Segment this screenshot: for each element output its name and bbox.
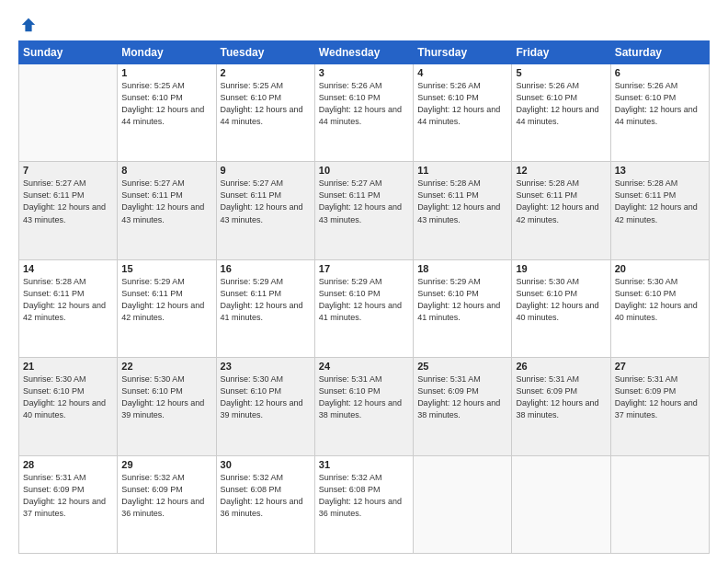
day-number: 29	[121, 459, 211, 470]
day-info: Sunrise: 5:30 AM Sunset: 6:10 PM Dayligh…	[23, 373, 113, 421]
day-info: Sunrise: 5:31 AM Sunset: 6:10 PM Dayligh…	[319, 373, 409, 421]
header	[18, 17, 710, 31]
weekday-monday: Monday	[118, 41, 216, 64]
week-row-4: 21 Sunrise: 5:30 AM Sunset: 6:10 PM Dayl…	[19, 358, 710, 455]
logo-icon	[20, 17, 37, 33]
calendar-cell: 6 Sunrise: 5:26 AM Sunset: 6:10 PM Dayli…	[610, 64, 709, 162]
day-number: 12	[516, 165, 606, 176]
weekday-thursday: Thursday	[414, 41, 512, 64]
calendar-page: SundayMondayTuesdayWednesdayThursdayFrid…	[0, 0, 728, 563]
day-number: 2	[221, 67, 311, 78]
day-info: Sunrise: 5:29 AM Sunset: 6:10 PM Dayligh…	[319, 276, 409, 324]
weekday-wednesday: Wednesday	[314, 41, 413, 64]
day-number: 6	[615, 67, 705, 78]
logo-text	[18, 17, 37, 33]
week-row-1: 1 Sunrise: 5:25 AM Sunset: 6:10 PM Dayli…	[19, 64, 710, 162]
calendar-cell: 19 Sunrise: 5:30 AM Sunset: 6:10 PM Dayl…	[512, 259, 610, 357]
calendar-cell	[414, 455, 512, 553]
calendar-cell: 9 Sunrise: 5:27 AM Sunset: 6:11 PM Dayli…	[216, 162, 314, 259]
day-info: Sunrise: 5:28 AM Sunset: 6:11 PM Dayligh…	[417, 178, 507, 225]
calendar-cell	[19, 64, 118, 162]
day-info: Sunrise: 5:27 AM Sunset: 6:11 PM Dayligh…	[23, 178, 113, 225]
week-row-2: 7 Sunrise: 5:27 AM Sunset: 6:11 PM Dayli…	[19, 162, 710, 259]
calendar-cell: 10 Sunrise: 5:27 AM Sunset: 6:11 PM Dayl…	[314, 162, 413, 259]
calendar-cell: 11 Sunrise: 5:28 AM Sunset: 6:11 PM Dayl…	[414, 162, 512, 259]
day-number: 5	[516, 67, 606, 78]
calendar-cell: 27 Sunrise: 5:31 AM Sunset: 6:09 PM Dayl…	[610, 358, 709, 455]
week-row-5: 28 Sunrise: 5:31 AM Sunset: 6:09 PM Dayl…	[19, 455, 710, 553]
day-info: Sunrise: 5:27 AM Sunset: 6:11 PM Dayligh…	[319, 178, 409, 225]
day-info: Sunrise: 5:28 AM Sunset: 6:11 PM Dayligh…	[516, 178, 606, 225]
calendar-cell: 31 Sunrise: 5:32 AM Sunset: 6:08 PM Dayl…	[314, 455, 413, 553]
logo	[18, 17, 37, 31]
day-info: Sunrise: 5:26 AM Sunset: 6:10 PM Dayligh…	[319, 80, 409, 128]
day-info: Sunrise: 5:32 AM Sunset: 6:08 PM Dayligh…	[221, 472, 311, 520]
day-number: 14	[23, 263, 113, 274]
day-number: 16	[221, 263, 311, 274]
calendar-cell: 24 Sunrise: 5:31 AM Sunset: 6:10 PM Dayl…	[314, 358, 413, 455]
day-number: 27	[615, 361, 705, 372]
day-info: Sunrise: 5:29 AM Sunset: 6:10 PM Dayligh…	[417, 276, 507, 324]
day-number: 21	[23, 361, 113, 372]
day-number: 31	[319, 459, 409, 470]
day-number: 9	[221, 165, 311, 176]
calendar-cell: 23 Sunrise: 5:30 AM Sunset: 6:10 PM Dayl…	[216, 358, 314, 455]
day-number: 17	[319, 263, 409, 274]
calendar-cell: 30 Sunrise: 5:32 AM Sunset: 6:08 PM Dayl…	[216, 455, 314, 553]
day-number: 4	[417, 67, 507, 78]
weekday-sunday: Sunday	[19, 41, 118, 64]
day-number: 11	[417, 165, 507, 176]
day-info: Sunrise: 5:29 AM Sunset: 6:11 PM Dayligh…	[221, 276, 311, 324]
weekday-tuesday: Tuesday	[216, 41, 314, 64]
calendar-cell: 21 Sunrise: 5:30 AM Sunset: 6:10 PM Dayl…	[19, 358, 118, 455]
day-info: Sunrise: 5:31 AM Sunset: 6:09 PM Dayligh…	[615, 373, 705, 421]
day-info: Sunrise: 5:25 AM Sunset: 6:10 PM Dayligh…	[121, 80, 211, 128]
calendar-cell: 28 Sunrise: 5:31 AM Sunset: 6:09 PM Dayl…	[19, 455, 118, 553]
calendar-cell	[610, 455, 709, 553]
day-info: Sunrise: 5:25 AM Sunset: 6:10 PM Dayligh…	[221, 80, 311, 128]
calendar-cell: 26 Sunrise: 5:31 AM Sunset: 6:09 PM Dayl…	[512, 358, 610, 455]
day-info: Sunrise: 5:30 AM Sunset: 6:10 PM Dayligh…	[221, 373, 311, 421]
calendar-cell: 4 Sunrise: 5:26 AM Sunset: 6:10 PM Dayli…	[414, 64, 512, 162]
day-info: Sunrise: 5:31 AM Sunset: 6:09 PM Dayligh…	[417, 373, 507, 421]
day-info: Sunrise: 5:29 AM Sunset: 6:11 PM Dayligh…	[121, 276, 211, 324]
weekday-header-row: SundayMondayTuesdayWednesdayThursdayFrid…	[19, 41, 710, 64]
day-info: Sunrise: 5:26 AM Sunset: 6:10 PM Dayligh…	[516, 80, 606, 128]
calendar-cell: 3 Sunrise: 5:26 AM Sunset: 6:10 PM Dayli…	[314, 64, 413, 162]
day-info: Sunrise: 5:31 AM Sunset: 6:09 PM Dayligh…	[23, 472, 113, 520]
day-number: 26	[516, 361, 606, 372]
day-number: 22	[121, 361, 211, 372]
day-number: 7	[23, 165, 113, 176]
calendar-cell: 8 Sunrise: 5:27 AM Sunset: 6:11 PM Dayli…	[118, 162, 216, 259]
day-info: Sunrise: 5:30 AM Sunset: 6:10 PM Dayligh…	[121, 373, 211, 421]
day-number: 3	[319, 67, 409, 78]
calendar-cell: 25 Sunrise: 5:31 AM Sunset: 6:09 PM Dayl…	[414, 358, 512, 455]
day-number: 10	[319, 165, 409, 176]
day-number: 28	[23, 459, 113, 470]
calendar-cell: 16 Sunrise: 5:29 AM Sunset: 6:11 PM Dayl…	[216, 259, 314, 357]
day-info: Sunrise: 5:26 AM Sunset: 6:10 PM Dayligh…	[615, 80, 705, 128]
day-info: Sunrise: 5:30 AM Sunset: 6:10 PM Dayligh…	[615, 276, 705, 324]
calendar-cell: 13 Sunrise: 5:28 AM Sunset: 6:11 PM Dayl…	[610, 162, 709, 259]
day-number: 19	[516, 263, 606, 274]
calendar-cell: 29 Sunrise: 5:32 AM Sunset: 6:09 PM Dayl…	[118, 455, 216, 553]
day-info: Sunrise: 5:27 AM Sunset: 6:11 PM Dayligh…	[221, 178, 311, 225]
day-number: 20	[615, 263, 705, 274]
week-row-3: 14 Sunrise: 5:28 AM Sunset: 6:11 PM Dayl…	[19, 259, 710, 357]
day-info: Sunrise: 5:26 AM Sunset: 6:10 PM Dayligh…	[417, 80, 507, 128]
calendar-cell: 2 Sunrise: 5:25 AM Sunset: 6:10 PM Dayli…	[216, 64, 314, 162]
calendar-cell: 5 Sunrise: 5:26 AM Sunset: 6:10 PM Dayli…	[512, 64, 610, 162]
calendar-cell: 1 Sunrise: 5:25 AM Sunset: 6:10 PM Dayli…	[118, 64, 216, 162]
calendar-cell: 20 Sunrise: 5:30 AM Sunset: 6:10 PM Dayl…	[610, 259, 709, 357]
calendar-cell	[512, 455, 610, 553]
weekday-friday: Friday	[512, 41, 610, 64]
calendar-cell: 18 Sunrise: 5:29 AM Sunset: 6:10 PM Dayl…	[414, 259, 512, 357]
day-info: Sunrise: 5:28 AM Sunset: 6:11 PM Dayligh…	[615, 178, 705, 225]
calendar-table: SundayMondayTuesdayWednesdayThursdayFrid…	[18, 40, 710, 554]
day-number: 18	[417, 263, 507, 274]
day-number: 15	[121, 263, 211, 274]
day-number: 8	[121, 165, 211, 176]
day-number: 1	[121, 67, 211, 78]
day-info: Sunrise: 5:31 AM Sunset: 6:09 PM Dayligh…	[516, 373, 606, 421]
calendar-cell: 7 Sunrise: 5:27 AM Sunset: 6:11 PM Dayli…	[19, 162, 118, 259]
